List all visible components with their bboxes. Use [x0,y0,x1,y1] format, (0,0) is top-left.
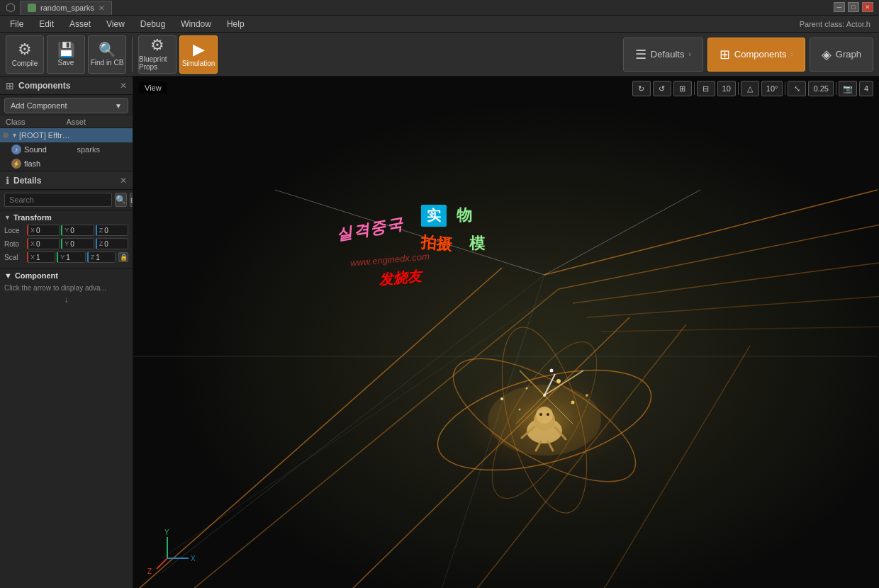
parent-class-label: Parent class: Actor.h [800,20,876,28]
graph-nav-button[interactable]: ◈ Graph [810,38,873,72]
components-chevron: › [791,50,793,58]
rotation-row: Roto X 0 Y 0 Z 0 [4,238,128,249]
vp-grid-button[interactable]: ⊟ [697,81,715,96]
vp-angle-snap-button[interactable]: △ [741,81,759,96]
details-search-bar: 🔍 ⊞ 👁 ▼ [0,190,133,210]
blueprint-props-icon: ⚙ [150,38,164,53]
rotation-y-field[interactable]: Y 0 [61,238,94,249]
components-panel-title: Components [18,81,116,91]
find-in-cb-button[interactable]: 🔍 Find in CB [88,35,126,74]
root-arrow: ▼ [11,132,18,139]
viewport-label: View [139,82,167,94]
menu-file[interactable]: File [3,16,30,32]
rotation-x-field[interactable]: X 0 [27,238,60,249]
menu-asset[interactable]: Asset [62,16,98,32]
details-panel-header: ℹ Details ✕ [0,171,133,190]
vp-orbit-button[interactable]: ↺ [653,81,671,96]
simulation-label: Simulation [182,60,215,67]
tab-close[interactable]: ✕ [99,4,104,12]
left-panel: ⊞ Components ✕ Add Component ▼ Class Ass… [0,77,133,588]
location-row: Loce X 0 Y 0 Z 0 [4,225,128,236]
menu-window[interactable]: Window [174,16,218,32]
scale-lock-icon[interactable]: 🔒 [118,252,128,262]
transform-section-header[interactable]: ▼ Transform [4,213,128,222]
vp-sep-4 [836,82,836,95]
simulation-button[interactable]: ▶ Simulation [179,35,218,74]
root-dot [3,132,9,138]
location-z-field[interactable]: Z 0 [96,225,128,236]
tab-name: random_sparks [40,4,94,12]
save-label: Save [58,59,74,67]
rotation-xyz-group: X 0 Y 0 Z 0 [27,238,128,249]
details-panel-close[interactable]: ✕ [120,176,127,186]
vp-camera-value: 4 [859,81,873,96]
root-component-name: [ROOT] EfftrP_spark_bur [19,131,74,140]
minimize-button[interactable]: ─ [834,2,845,12]
menu-debug[interactable]: Debug [133,16,172,32]
maximize-button[interactable]: □ [848,2,859,12]
search-icon-button[interactable]: 🔍 [115,193,127,207]
title-bar: ⬡ random_sparks ✕ ─ □ ✕ [0,0,879,16]
tab-area: random_sparks ✕ [20,1,873,15]
save-button[interactable]: 💾 Save [47,35,85,74]
component-row-root[interactable]: ▼ [ROOT] EfftrP_spark_bur [0,128,133,142]
location-x-field[interactable]: X 0 [27,225,60,236]
svg-point-28 [500,397,503,400]
svg-point-44 [547,413,549,416]
flash-icon: ⚡ [11,159,21,169]
defaults-chevron: › [688,50,690,58]
sound-component-name: Sound [24,145,77,154]
save-icon: 💾 [57,43,75,57]
asset-column-header: Asset [67,118,128,126]
close-button[interactable]: ✕ [862,2,873,12]
view-options-button[interactable]: ⊞ [130,193,133,207]
svg-point-24 [571,401,575,405]
vp-zoom-button[interactable]: ⊞ [673,81,692,96]
location-y-field[interactable]: Y 0 [61,225,94,236]
blueprint-props-button[interactable]: ⚙ Blueprint Props [138,35,177,74]
blueprint-props-label: Blueprint Props [139,55,176,71]
menu-help[interactable]: Help [220,16,252,32]
components-panel-icon: ⊞ [6,80,14,91]
viewport[interactable]: View ↻ ↺ ⊞ ⊟ 10 △ 10° ⤡ 0.25 📷 4 [133,77,879,588]
ue-logo: ⬡ [6,1,16,14]
main-tab[interactable]: random_sparks ✕ [20,1,112,15]
svg-point-27 [586,394,588,397]
vp-rotate-button[interactable]: ↻ [632,81,651,96]
vp-scale-value: 0.25 [808,81,833,96]
vp-angle-value: 10° [761,81,783,96]
svg-point-42 [536,407,553,424]
component-section-header[interactable]: ▼ Component [4,271,128,280]
vp-sep-1 [694,82,695,95]
window-controls: ─ □ ✕ [834,2,873,12]
components-icon: ⊞ [720,47,730,62]
scale-x-field[interactable]: X 1 [27,251,55,263]
component-row-flash[interactable]: ⚡ flash [0,157,133,171]
vp-scale-button[interactable]: ⤡ [788,81,806,96]
menu-view[interactable]: View [99,16,132,32]
compile-label: Compile [12,60,38,67]
scale-y-field[interactable]: Y 1 [57,251,85,263]
add-component-button[interactable]: Add Component ▼ [4,98,128,113]
vp-sep-3 [785,82,785,95]
defaults-nav-button[interactable]: ☰ Defaults › [623,38,703,72]
component-row-sound[interactable]: ♪ Sound sparks [0,142,133,157]
svg-point-43 [539,413,542,416]
location-xyz-group: X 0 Y 0 Z 0 [27,225,128,236]
vp-camera-button[interactable]: 📷 [839,81,857,96]
class-column-header: Class [6,118,67,126]
details-panel: ℹ Details ✕ 🔍 ⊞ 👁 ▼ ▼ Transform [0,171,133,588]
simulation-icon: ▶ [193,42,205,57]
details-search-input[interactable] [4,193,112,207]
menu-edit[interactable]: Edit [32,16,61,32]
scale-z-field[interactable]: Z 1 [87,251,116,263]
toolbar-separator-1 [132,37,133,72]
components-panel-close[interactable]: ✕ [120,81,127,91]
find-icon: 🔍 [99,43,116,57]
details-panel-icon: ℹ [6,175,9,186]
components-nav-button[interactable]: ⊞ Components › [707,38,805,72]
sound-icon: ♪ [11,145,21,154]
sound-component-asset: sparks [77,145,130,154]
rotation-z-field[interactable]: Z 0 [96,238,128,249]
compile-button[interactable]: ⚙ Compile [6,35,44,74]
